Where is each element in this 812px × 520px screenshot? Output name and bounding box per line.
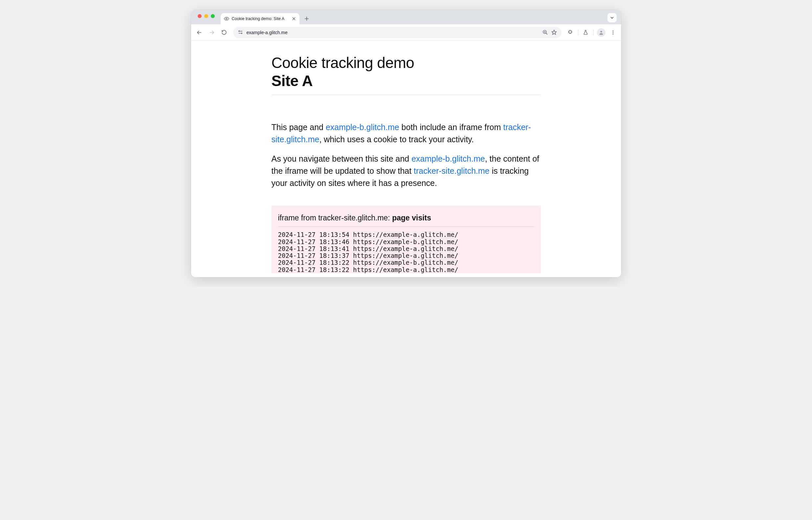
svg-line-12 (546, 33, 547, 34)
page-content: Cookie tracking demo Site A This page an… (272, 41, 541, 273)
maximize-window-button[interactable] (211, 14, 215, 18)
link-example-b-2[interactable]: example-b.glitch.me (411, 154, 485, 163)
title-divider (272, 95, 541, 95)
window-controls (194, 14, 219, 21)
url-text: example-a.glitch.me (247, 30, 288, 35)
zoom-icon[interactable] (542, 30, 548, 35)
tab-title: Cookie tracking demo: Site A (232, 17, 289, 21)
link-example-b[interactable]: example-b.glitch.me (326, 123, 399, 132)
title-line-2: Site A (272, 72, 541, 90)
svg-marker-15 (551, 30, 556, 34)
iframe-heading: iframe from tracker-site.glitch.me: page… (278, 213, 534, 227)
svg-point-7 (238, 31, 239, 32)
reload-button[interactable] (219, 27, 230, 38)
tabs-dropdown-button[interactable] (607, 13, 617, 22)
bookmark-icon[interactable] (551, 30, 557, 35)
address-bar[interactable]: example-a.glitch.me (233, 27, 562, 38)
separator (578, 30, 578, 35)
svg-point-16 (600, 30, 602, 32)
close-tab-button[interactable] (292, 17, 296, 20)
tracker-iframe: iframe from tracker-site.glitch.me: page… (272, 206, 541, 273)
extensions-icon[interactable] (565, 27, 576, 38)
link-tracker-site-2[interactable]: tracker-site.glitch.me (414, 166, 490, 175)
separator (593, 30, 594, 35)
profile-button[interactable] (596, 27, 607, 38)
page-title: Cookie tracking demo Site A (272, 54, 541, 90)
browser-tab[interactable]: Cookie tracking demo: Site A (221, 13, 299, 24)
paragraph-1: This page and example-b.glitch.me both i… (272, 121, 541, 146)
svg-point-9 (241, 33, 242, 34)
title-line-1: Cookie tracking demo (272, 54, 414, 71)
new-tab-button[interactable] (302, 14, 311, 23)
forward-button[interactable] (206, 27, 217, 38)
svg-point-17 (612, 30, 613, 31)
toolbar: example-a.glitch.me (191, 24, 621, 41)
site-settings-icon[interactable] (238, 30, 243, 35)
paragraph-2: As you navigate between this site and ex… (272, 153, 541, 189)
avatar-icon (597, 28, 605, 37)
svg-point-0 (226, 18, 227, 19)
close-window-button[interactable] (198, 14, 201, 18)
minimize-window-button[interactable] (204, 14, 208, 18)
svg-point-18 (612, 32, 613, 33)
back-button[interactable] (194, 27, 205, 38)
page-visits-log: 2024-11-27 18:13:54 https://example-a.gl… (278, 227, 534, 273)
tab-bar: Cookie tracking demo: Site A (191, 10, 621, 24)
toolbar-right (565, 27, 619, 38)
viewport: Cookie tracking demo Site A This page an… (191, 41, 621, 277)
intro-text: This page and example-b.glitch.me both i… (272, 121, 541, 189)
labs-icon[interactable] (580, 27, 591, 38)
svg-point-19 (612, 33, 613, 34)
browser-window: Cookie tracking demo: Site A example-a.g… (191, 10, 621, 277)
menu-button[interactable] (607, 27, 619, 38)
eye-icon (224, 16, 229, 21)
